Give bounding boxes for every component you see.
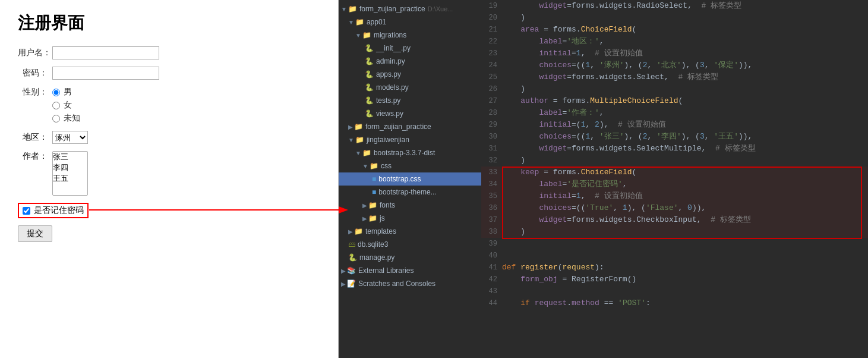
tree-views-py[interactable]: 🐍 views.py — [339, 107, 481, 120]
tree-tests-py[interactable]: 🐍 tests.py — [339, 94, 481, 107]
tree-bootstrap-theme-label: bootstrap-theme... — [378, 188, 436, 196]
line-num-19: 19 — [481, 0, 502, 12]
line-content-42: form_obj = RegisterForm() — [502, 274, 868, 285]
collapse-icon: ▼ — [362, 163, 368, 169]
gender-unknown-radio[interactable] — [52, 115, 60, 123]
tree-bootstrap-theme[interactable]: ■ bootstrap-theme... — [339, 186, 481, 199]
tree-css[interactable]: ▼ 📁 css — [339, 159, 481, 172]
collapse-icon: ▼ — [355, 150, 361, 156]
tree-admin-py-label: admin.py — [376, 57, 405, 65]
line-content-38: ) — [502, 226, 868, 238]
collapse-icon: ▶ — [341, 268, 346, 274]
checkbox-highlight-box: 是否记住密码 — [18, 203, 89, 218]
tree-models-py[interactable]: 🐍 models.py — [339, 81, 481, 94]
tree-bootstrap-css[interactable]: ■ bootstrap.css — [339, 172, 481, 186]
remember-password-checkbox[interactable] — [23, 207, 30, 215]
code-line-33: 33 keep = forms.ChoiceField( — [481, 167, 868, 178]
code-line-44: 44 if request.method == 'POST': — [481, 297, 868, 309]
tree-apps-py[interactable]: 🐍 apps.py — [339, 68, 481, 81]
password-input[interactable] — [52, 67, 159, 80]
tree-external-libs[interactable]: ▶ 📚 External Libraries — [339, 264, 481, 277]
gender-female-radio[interactable] — [52, 102, 60, 109]
tree-scratches[interactable]: ▶ 📝 Scratches and Consoles — [339, 277, 481, 290]
line-num-20: 20 — [481, 12, 502, 24]
gender-female[interactable]: 女 — [52, 100, 80, 111]
code-line-20: 20 ) — [481, 12, 868, 24]
line-num-31: 31 — [481, 143, 502, 155]
tree-bootstrap-dist[interactable]: ▼ 📁 bootstrap-3.3.7-dist — [339, 146, 481, 159]
line-content-28: label='作者：', — [502, 107, 868, 119]
code-line-34: 34 label='是否记住密码', — [481, 178, 868, 190]
tree-init-py[interactable]: 🐍 __init__.py — [339, 42, 481, 55]
py-file-icon: 🐍 — [365, 44, 374, 52]
line-content-30: choices=((1, '张三'), (2, '李四'), (3, '王五')… — [502, 131, 868, 143]
line-num-28: 28 — [481, 107, 502, 119]
tree-root-path: D:\Xue... — [428, 5, 453, 12]
tree-js[interactable]: ▶ 📁 js — [339, 212, 481, 225]
tree-apps-py-label: apps.py — [376, 70, 401, 78]
author-multiselect[interactable]: 张三 李四 王五 — [52, 151, 88, 196]
line-num-24: 24 — [481, 59, 502, 71]
tree-app01-label: app01 — [367, 18, 386, 26]
line-content-21: area = forms.ChoiceField( — [502, 24, 868, 36]
collapse-icon: ▶ — [348, 124, 353, 130]
tree-form-zujian[interactable]: ▶ 📁 form_zujian_practice — [339, 120, 481, 133]
tree-admin-py[interactable]: 🐍 admin.py — [339, 55, 481, 68]
tree-fonts[interactable]: ▶ 📁 fonts — [339, 199, 481, 212]
author-zhangsan: 张三 — [53, 152, 87, 162]
tree-migrations[interactable]: ▼ 📁 migrations — [339, 29, 481, 42]
tree-templates-label: templates — [365, 227, 396, 235]
py-file-icon: 🐍 — [365, 109, 374, 118]
folder-icon: 📁 — [354, 227, 363, 235]
code-line-23: 23 initial=1, # 设置初始值 — [481, 48, 868, 59]
line-num-41: 41 — [481, 262, 502, 274]
scratch-icon: 📝 — [347, 280, 356, 288]
folder-icon: 📁 — [368, 201, 377, 209]
author-label: 作者： — [18, 151, 48, 162]
line-num-27: 27 — [481, 95, 502, 107]
tree-manage-py-label: manage.py — [359, 253, 394, 262]
tree-root[interactable]: ▼ 📁 form_zujian_practice D:\Xue... — [339, 2, 481, 15]
file-tree-panel: ▼ 📁 form_zujian_practice D:\Xue... ▼ 📁 a… — [339, 0, 481, 358]
code-line-35: 35 initial=1, # 设置初始值 — [481, 190, 868, 202]
line-num-32: 32 — [481, 155, 502, 167]
tree-fonts-label: fonts — [380, 201, 395, 209]
tree-db-sqlite3[interactable]: 🗃 db.sqlite3 — [339, 238, 481, 251]
tree-app01[interactable]: ▼ 📁 app01 — [339, 15, 481, 29]
tree-templates[interactable]: ▶ 📁 templates — [339, 225, 481, 238]
line-content-35: initial=1, # 设置初始值 — [502, 190, 868, 202]
code-line-43: 43 — [481, 285, 868, 297]
line-content-20: ) — [502, 12, 868, 24]
line-num-37: 37 — [481, 214, 502, 226]
username-label: 用户名： — [18, 48, 48, 58]
folder-icon: 📁 — [355, 136, 364, 144]
collapse-icon: ▼ — [348, 19, 354, 26]
gender-male-radio[interactable] — [52, 89, 60, 96]
code-line-37: 37 widget=forms.widgets.CheckboxInput, #… — [481, 214, 868, 226]
username-input[interactable] — [52, 46, 159, 59]
line-num-43: 43 — [481, 285, 502, 297]
tree-jingtai-label: jingtaiwenjian — [367, 136, 409, 144]
folder-icon: 📁 — [362, 149, 371, 157]
folder-icon: 📁 — [354, 123, 363, 131]
line-num-36: 36 — [481, 202, 502, 214]
tree-manage-py[interactable]: 🐍 manage.py — [339, 251, 481, 264]
py-file-icon: 🐍 — [365, 96, 374, 105]
gender-male[interactable]: 男 — [52, 87, 80, 98]
code-line-19: 19 widget=forms.widgets.RadioSelect, # 标… — [481, 0, 868, 12]
line-content-37: widget=forms.widgets.CheckboxInput, # 标签… — [502, 214, 868, 226]
code-line-36: 36 choices=(('True', 1), ('Flase', 0)), — [481, 202, 868, 214]
area-select[interactable]: 涿州 北京 保定 — [52, 131, 88, 144]
password-row: 密码： — [18, 67, 320, 80]
line-num-21: 21 — [481, 24, 502, 36]
folder-icon: 📁 — [362, 31, 371, 39]
line-num-26: 26 — [481, 83, 502, 95]
submit-button[interactable]: 提交 — [18, 225, 52, 242]
gender-unknown[interactable]: 未知 — [52, 113, 80, 124]
gender-male-label: 男 — [64, 87, 72, 98]
tree-jingtai[interactable]: ▼ 📁 jingtaiwenjian — [339, 133, 481, 146]
line-content-33: keep = forms.ChoiceField( — [502, 167, 868, 178]
line-num-23: 23 — [481, 48, 502, 59]
tree-init-py-label: __init__.py — [376, 44, 411, 52]
css-file-icon: ■ — [372, 188, 376, 196]
